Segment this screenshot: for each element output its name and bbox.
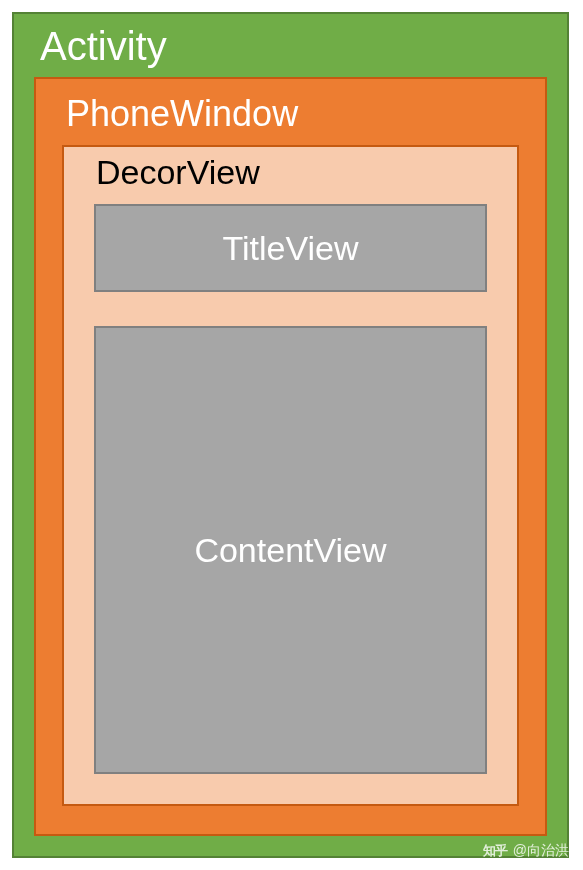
decor-view-box: DecorView TitleView ContentView bbox=[62, 145, 519, 806]
activity-label: Activity bbox=[34, 24, 547, 69]
phone-window-label: PhoneWindow bbox=[62, 93, 519, 135]
watermark-site: 知乎 bbox=[483, 842, 507, 860]
title-view-label: TitleView bbox=[222, 229, 358, 268]
content-view-label: ContentView bbox=[194, 531, 386, 570]
title-view-box: TitleView bbox=[94, 204, 487, 292]
watermark-author: @向治洪 bbox=[513, 842, 569, 860]
content-view-box: ContentView bbox=[94, 326, 487, 774]
decor-view-label: DecorView bbox=[94, 153, 487, 192]
watermark: 知乎 @向治洪 bbox=[483, 842, 569, 860]
phone-window-box: PhoneWindow DecorView TitleView ContentV… bbox=[34, 77, 547, 836]
activity-box: Activity PhoneWindow DecorView TitleView… bbox=[12, 12, 569, 858]
